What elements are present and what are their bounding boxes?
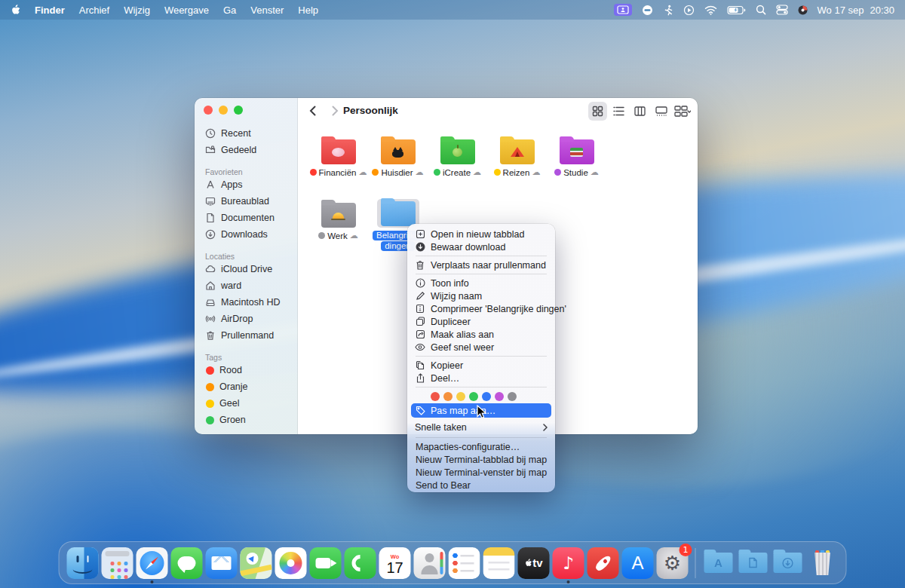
focus-mode-icon[interactable] [642, 5, 653, 16]
icloud-download-icon: ☁ [416, 167, 424, 177]
dock-launchpad-icon[interactable] [102, 547, 133, 579]
menubar-clock[interactable]: 20:30 [870, 5, 894, 16]
menubar-item-weergave[interactable]: Weergave [164, 5, 209, 16]
dock-appstore-icon[interactable]: A [622, 547, 654, 579]
screen-sharing-icon[interactable] [614, 4, 632, 16]
yellow-tag-dot [206, 400, 214, 408]
menu-item-make-alias[interactable]: Maak alias aan [407, 328, 555, 341]
column-view-button[interactable] [630, 102, 649, 121]
finder-sidebar: Recent Gedeeld Favorieten Apps Bureaubla… [195, 98, 298, 434]
apple-menu-icon[interactable] [11, 5, 20, 16]
sidebar-item-trash[interactable]: Prullenmand [195, 327, 297, 344]
menu-item-compress[interactable]: Comprimeer 'Belangrijke dingen' [407, 302, 555, 315]
control-center-icon[interactable] [776, 5, 788, 15]
minimize-button[interactable] [219, 106, 228, 115]
menubar-item-venster[interactable]: Venster [250, 5, 284, 16]
tag-purple[interactable] [495, 392, 504, 401]
tag-gray[interactable] [508, 392, 517, 401]
folder-icreate[interactable]: iCreate☁ [428, 133, 487, 177]
tag-red[interactable] [431, 392, 440, 401]
dock-notes-icon[interactable] [483, 547, 515, 579]
sidebar-item-recent[interactable]: Recent [195, 125, 297, 142]
folder-reizen[interactable]: Reizen☁ [487, 133, 547, 177]
activity-runner-icon[interactable] [663, 5, 673, 16]
icloud-download-icon: ☁ [532, 167, 540, 177]
menu-item-open-new-tab[interactable]: Open in nieuw tabblad [407, 228, 555, 240]
purple-tag-dot [554, 169, 561, 176]
sidebar-tag-oranje[interactable]: Oranje [195, 378, 297, 395]
back-button[interactable] [304, 103, 321, 119]
sidebar-item-icloud[interactable]: iCloud Drive [195, 261, 297, 277]
dock-system-settings-icon[interactable]: ⚙ 1 [657, 547, 689, 579]
close-button[interactable] [204, 106, 213, 115]
dock-trash-icon[interactable] [807, 547, 839, 579]
menu-item-folder-actions-config[interactable]: Mapacties-configuratie… [407, 440, 555, 453]
dock-facetime-icon[interactable] [310, 547, 342, 579]
menubar-app-name[interactable]: Finder [35, 5, 65, 16]
dock-phone-icon[interactable] [345, 547, 376, 579]
folder-huisdier[interactable]: Huisdier☁ [368, 133, 428, 177]
group-by-button[interactable] [673, 102, 692, 121]
icon-view-button[interactable] [588, 102, 607, 121]
list-view-button[interactable] [609, 102, 628, 121]
now-playing-icon[interactable] [683, 5, 695, 16]
dock-rocket-app-icon[interactable] [587, 547, 619, 579]
menubar-item-wijzig[interactable]: Wijzig [124, 5, 150, 16]
tag-orange[interactable] [443, 392, 452, 401]
menu-item-send-to-bear[interactable]: Send to Bear [407, 479, 555, 492]
folder-werk[interactable]: Werk☁ [308, 196, 368, 251]
tag-yellow[interactable] [456, 392, 465, 401]
sidebar-item-home[interactable]: ward [195, 277, 297, 294]
spotlight-search-icon[interactable] [756, 5, 766, 15]
dock-music-icon[interactable]: ♪ [553, 547, 584, 579]
menu-item-copy[interactable]: Kopieer [407, 359, 555, 372]
folder-financien[interactable]: Financiën☁ [308, 133, 368, 177]
folder-studie[interactable]: Studie☁ [547, 133, 606, 177]
sidebar-tag-rood[interactable]: Rood [195, 362, 297, 378]
dock-maps-icon[interactable] [241, 547, 272, 579]
menu-item-quick-actions[interactable]: Snelle taken [407, 420, 555, 435]
dock-photos-icon[interactable] [275, 547, 307, 579]
sidebar-item-apps[interactable]: Apps [195, 176, 297, 193]
dock-safari-icon[interactable] [137, 547, 168, 579]
menubar-date[interactable]: Wo 17 sep [818, 5, 864, 16]
sidebar-item-desktop[interactable]: Bureaublad [195, 193, 297, 210]
dock-calendar-icon[interactable]: Wo 17 [379, 547, 411, 579]
sidebar-item-documents[interactable]: Documenten [195, 210, 297, 226]
menubar-item-archief[interactable]: Archief [79, 5, 109, 16]
menubar-app-status-icon[interactable] [798, 5, 808, 15]
dock-reminders-icon[interactable] [449, 547, 480, 579]
battery-icon[interactable] [727, 5, 746, 15]
dock-downloads-folder[interactable] [772, 547, 804, 579]
dock-finder-icon[interactable] [67, 547, 99, 579]
menu-item-get-info[interactable]: Toon info [407, 277, 555, 289]
dock-messages-icon[interactable] [171, 547, 203, 579]
dock-appletv-icon[interactable]: tv [518, 547, 550, 579]
forward-button[interactable] [327, 103, 343, 119]
dock-contacts-icon[interactable] [414, 547, 446, 579]
menu-item-share[interactable]: Deel… [407, 372, 555, 384]
dock-applications-folder[interactable]: A [703, 547, 735, 579]
menu-item-save-download[interactable]: Bewaar download [407, 240, 555, 253]
wifi-icon[interactable] [704, 5, 717, 15]
dock-documents-folder[interactable] [738, 547, 769, 579]
menu-item-new-terminal-tab[interactable]: Nieuw Terminal-tabblad bij map [407, 453, 555, 466]
menu-item-duplicate[interactable]: Dupliceer [407, 315, 555, 328]
sidebar-item-macintosh-hd[interactable]: Macintosh HD [195, 294, 297, 311]
tag-green[interactable] [469, 392, 478, 401]
menubar-item-help[interactable]: Help [298, 5, 318, 16]
menu-item-new-terminal-window[interactable]: Nieuw Terminal-venster bij map [407, 466, 555, 479]
zoom-button[interactable] [234, 106, 243, 115]
sidebar-item-shared[interactable]: Gedeeld [195, 142, 297, 158]
sidebar-item-airdrop[interactable]: AirDrop [195, 311, 297, 327]
menu-item-move-to-trash[interactable]: Verplaats naar prullenmand [407, 259, 555, 271]
gallery-view-button[interactable] [652, 102, 670, 121]
menu-item-quick-look[interactable]: Geef snel weer [407, 341, 555, 354]
tag-blue[interactable] [482, 392, 491, 401]
menubar-item-ga[interactable]: Ga [223, 5, 236, 16]
sidebar-tag-geel[interactable]: Geel [195, 395, 297, 412]
sidebar-item-downloads[interactable]: Downloads [195, 226, 297, 243]
sidebar-tag-groen[interactable]: Groen [195, 412, 297, 428]
dock-mail-icon[interactable] [206, 547, 238, 579]
menu-item-rename[interactable]: Wijzig naam [407, 289, 555, 302]
